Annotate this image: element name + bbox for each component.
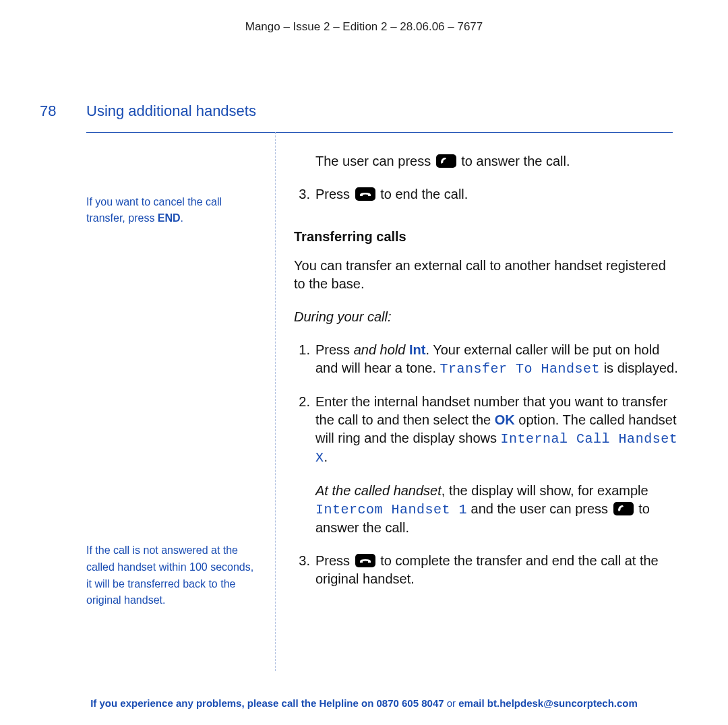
side-note-text: If you want to cancel the call transfer,… bbox=[86, 196, 222, 224]
page-number: 78 bbox=[40, 102, 56, 120]
step-3b: 3. Press to complete the transfer and en… bbox=[294, 552, 678, 588]
answer-line: The user can press to answer the call. bbox=[294, 152, 678, 170]
step-1: 1. Press and hold Int. Your external cal… bbox=[294, 341, 678, 378]
text: and the user can press bbox=[467, 501, 612, 516]
text: , the display will show, for example bbox=[442, 483, 648, 498]
step-number: 3. bbox=[294, 185, 310, 203]
during-call-label: During your call: bbox=[294, 308, 678, 326]
italic-text: and hold bbox=[354, 342, 409, 357]
main-content: The user can press to answer the call. 3… bbox=[294, 152, 678, 603]
footer-email: email bt.helpdesk@suncorptech.com bbox=[458, 697, 638, 709]
transfer-intro: You can transfer an external call to ano… bbox=[294, 257, 678, 293]
horizontal-rule bbox=[86, 132, 673, 133]
text: is displayed. bbox=[600, 360, 678, 375]
step-text: Enter the internal handset number that y… bbox=[315, 393, 678, 467]
display-text: Intercom Handset 1 bbox=[315, 502, 467, 517]
end-icon bbox=[355, 187, 375, 201]
column-divider bbox=[275, 132, 276, 671]
step-text: Press to complete the transfer and end t… bbox=[315, 552, 678, 588]
text: to answer the call. bbox=[461, 154, 570, 168]
int-button-label: Int bbox=[409, 342, 425, 357]
footer-text: If you experience any problems, please c… bbox=[90, 697, 376, 709]
called-handset-para: At the called handset, the display will … bbox=[294, 482, 678, 537]
display-text: Transfer To Handset bbox=[440, 361, 601, 377]
talk-icon bbox=[436, 154, 456, 168]
step-2: 2. Enter the internal handset number tha… bbox=[294, 393, 678, 467]
text: Press bbox=[315, 187, 354, 201]
step-number: 1. bbox=[294, 341, 310, 378]
subheading-transferring: Transferring calls bbox=[294, 228, 678, 246]
talk-icon bbox=[613, 502, 634, 515]
italic-text: At the called handset bbox=[315, 483, 442, 498]
text: The user can press bbox=[315, 154, 435, 168]
end-icon bbox=[355, 554, 375, 567]
ok-button-label: OK bbox=[495, 412, 515, 427]
text: . bbox=[324, 449, 328, 464]
footer-helpline: If you experience any problems, please c… bbox=[0, 697, 728, 709]
text: Press bbox=[315, 553, 354, 568]
side-note-bold: END bbox=[158, 212, 181, 224]
footer-phone: 0870 605 8047 bbox=[376, 697, 444, 709]
side-note-cancel: If you want to cancel the call transfer,… bbox=[86, 194, 262, 226]
step-text: Press and hold Int. Your external caller… bbox=[315, 341, 678, 378]
section-title: Using additional handsets bbox=[86, 102, 256, 120]
step-number: 2. bbox=[294, 393, 310, 467]
text: to end the call. bbox=[380, 187, 468, 201]
step-text: Press to end the call. bbox=[315, 185, 678, 203]
step-3a: 3. Press to end the call. bbox=[294, 185, 678, 203]
footer-or: or bbox=[444, 697, 459, 709]
document-header: Mango – Issue 2 – Edition 2 – 28.06.06 –… bbox=[0, 20, 728, 34]
text: Press bbox=[315, 342, 354, 357]
side-note-unanswered: If the call is not answered at the calle… bbox=[86, 542, 262, 609]
step-number: 3. bbox=[294, 552, 310, 588]
side-note-post: . bbox=[181, 212, 183, 224]
